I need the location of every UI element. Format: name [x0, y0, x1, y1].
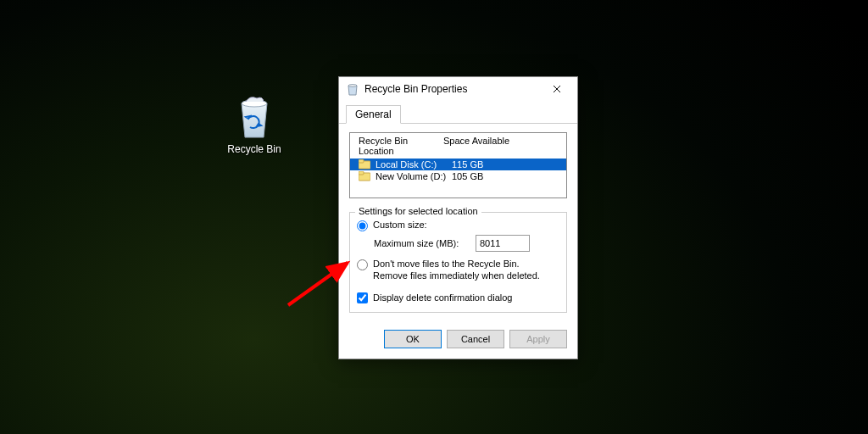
tab-strip: General [339, 101, 577, 124]
recycle-bin-icon [233, 93, 275, 140]
col-location: Recycle Bin Location [359, 136, 443, 156]
desktop-recycle-bin[interactable]: Recycle Bin [220, 93, 288, 155]
recycle-bin-small-icon [346, 82, 359, 96]
confirm-label: Display delete confirmation dialog [373, 292, 512, 303]
location-space: 115 GB [452, 159, 483, 170]
location-name: New Volume (D:) [376, 171, 452, 181]
close-icon [553, 85, 561, 93]
radio-dont-move[interactable] [357, 259, 368, 270]
radio-custom-size[interactable] [357, 220, 368, 231]
radio-custom-size-row[interactable]: Custom size: [357, 220, 559, 231]
svg-point-1 [348, 85, 357, 87]
svg-rect-5 [359, 171, 364, 175]
drive-icon [359, 171, 370, 181]
radio-dont-move-row[interactable]: Don't move files to the Recycle Bin. Rem… [357, 259, 559, 282]
radio-custom-size-label: Custom size: [373, 220, 427, 230]
location-name: Local Disk (C:) [376, 159, 452, 170]
apply-button[interactable]: Apply [509, 330, 567, 348]
location-header: Recycle Bin Location Space Available [350, 133, 566, 159]
button-bar: OK Cancel Apply [339, 321, 577, 359]
settings-legend: Settings for selected location [355, 206, 481, 216]
location-row[interactable]: Local Disk (C:) 115 GB [350, 159, 566, 170]
tab-general[interactable]: General [346, 105, 401, 124]
confirm-checkbox-row[interactable]: Display delete confirmation dialog [357, 292, 559, 303]
max-size-label: Maximum size (MB): [374, 238, 476, 248]
svg-rect-3 [359, 159, 364, 163]
location-space: 105 GB [452, 171, 483, 181]
desktop-icon-label: Recycle Bin [220, 143, 288, 155]
recycle-bin-properties-dialog: Recycle Bin Properties General Recycle B… [338, 76, 578, 359]
max-size-input[interactable] [476, 235, 530, 252]
max-size-row: Maximum size (MB): [374, 235, 559, 252]
location-row[interactable]: New Volume (D:) 105 GB [350, 170, 566, 182]
ok-button[interactable]: OK [384, 330, 442, 348]
drive-icon [359, 159, 370, 170]
col-space: Space Available [443, 136, 509, 156]
confirm-checkbox[interactable] [357, 292, 368, 303]
close-button[interactable] [540, 77, 574, 101]
cancel-button[interactable]: Cancel [447, 330, 504, 348]
dialog-title: Recycle Bin Properties [364, 83, 540, 95]
radio-dont-move-label: Don't move files to the Recycle Bin. Rem… [373, 259, 542, 282]
location-listbox[interactable]: Recycle Bin Location Space Available Loc… [349, 132, 567, 198]
titlebar[interactable]: Recycle Bin Properties [339, 77, 577, 101]
settings-group: Settings for selected location Custom si… [349, 212, 567, 313]
